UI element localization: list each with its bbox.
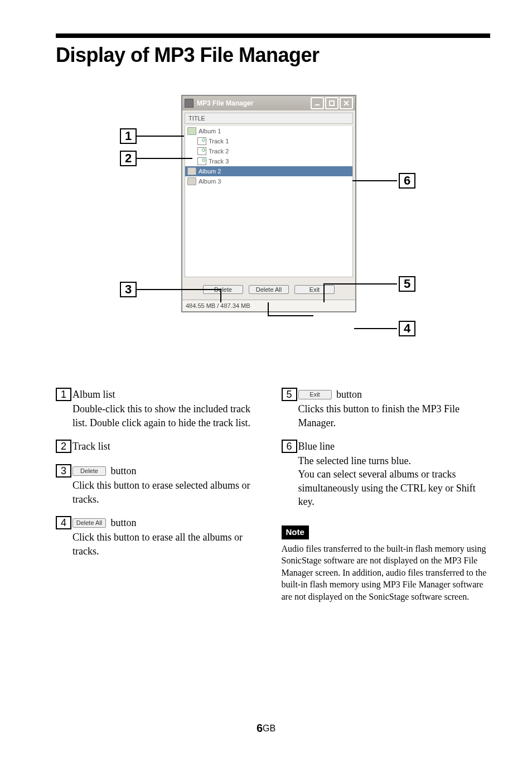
delete-button-inline: Delete	[72, 466, 106, 476]
folder-icon	[187, 177, 196, 185]
delete-all-button[interactable]: Delete All	[249, 285, 289, 294]
desc-body: Double-click this to show the included t…	[72, 402, 265, 430]
track-label: Track 2	[209, 148, 229, 155]
desc-body: You can select several albums or tracks …	[298, 467, 491, 508]
exit-button[interactable]: Exit	[294, 285, 335, 294]
header-rule	[56, 33, 490, 38]
status-bar: 484.55 MB / 487.34 MB	[182, 300, 355, 311]
figure: MP3 File Manager TITLE Album 1 Track 1 T…	[56, 95, 490, 374]
leader-line	[137, 158, 192, 159]
svg-rect-0	[315, 104, 320, 105]
album-row-selected[interactable]: Album 2	[185, 166, 352, 176]
callout-3: 3	[120, 282, 137, 297]
desc-title: Track list	[72, 440, 265, 453]
track-row[interactable]: Track 1	[185, 136, 352, 146]
desc-item-3: 3 Delete button Click this button to era…	[56, 464, 265, 506]
desc-title: Exit button	[298, 388, 491, 401]
delete-all-button-inline: Delete All	[72, 518, 106, 528]
page-title: Display of MP3 File Manager	[56, 44, 490, 67]
desc-item-1: 1 Album list Double-click this to show t…	[56, 388, 265, 430]
app-window: MP3 File Manager TITLE Album 1 Track 1 T…	[181, 95, 356, 312]
svg-rect-1	[330, 101, 334, 105]
ref-1: 1	[56, 388, 71, 401]
page-number: 6	[257, 722, 263, 734]
folder-open-icon	[187, 127, 196, 135]
desc-item-2: 2 Track list	[56, 440, 265, 454]
exit-button-inline: Exit	[298, 390, 332, 399]
callout-1: 1	[120, 128, 137, 144]
leader-line	[137, 136, 184, 137]
desc-body: Click this button to erase all the album…	[72, 531, 265, 558]
page-region: GB	[263, 724, 275, 733]
ref-4: 4	[56, 516, 71, 529]
note-label: Note	[282, 525, 309, 539]
callout-6: 6	[399, 173, 415, 189]
desc-title: Delete All button	[72, 516, 265, 529]
minimize-icon[interactable]	[311, 97, 324, 109]
leader-line	[268, 315, 313, 316]
track-icon	[197, 137, 206, 145]
track-row[interactable]: Track 3	[185, 156, 352, 166]
album-row[interactable]: Album 3	[185, 176, 352, 186]
note-body: Audio files transferred to the built-in …	[282, 543, 491, 603]
leader-line	[137, 289, 220, 290]
album-label: Album 1	[199, 128, 221, 134]
album-label: Album 3	[199, 178, 221, 185]
app-icon	[185, 99, 194, 108]
ref-6: 6	[282, 440, 297, 453]
button-bar: Delete Delete All Exit	[182, 277, 355, 300]
callout-4: 4	[399, 321, 415, 336]
tree-view[interactable]: Album 1 Track 1 Track 2 Track 3 Album 2 …	[185, 126, 353, 277]
leader-line	[323, 283, 325, 302]
titlebar[interactable]: MP3 File Manager	[182, 96, 355, 110]
leader-line	[268, 302, 269, 315]
window-title: MP3 File Manager	[197, 99, 309, 107]
page-footer: 6GB	[0, 722, 532, 735]
folder-icon	[187, 167, 196, 175]
desc-body: The selected line turns blue.	[298, 454, 491, 467]
desc-body: Click this button to erase selected albu…	[72, 479, 265, 506]
track-icon	[197, 147, 206, 155]
desc-body: Clicks this button to finish the MP3 Fil…	[298, 402, 491, 430]
leader-line	[220, 289, 221, 302]
album-row[interactable]: Album 1	[185, 126, 352, 136]
callout-5: 5	[399, 276, 415, 292]
leader-line	[352, 180, 397, 181]
ref-3: 3	[56, 464, 71, 478]
track-icon	[197, 157, 206, 165]
leader-line	[354, 328, 397, 329]
desc-title: Blue line	[298, 440, 491, 453]
album-label: Album 2	[199, 168, 221, 175]
leader-line	[323, 283, 397, 285]
close-icon[interactable]	[340, 97, 353, 109]
track-label: Track 3	[209, 158, 229, 165]
desc-item-5: 5 Exit button Clicks this button to fini…	[282, 388, 491, 430]
maximize-icon[interactable]	[325, 97, 338, 109]
track-label: Track 1	[209, 138, 229, 144]
desc-item-4: 4 Delete All button Click this button to…	[56, 516, 265, 558]
desc-item-6: 6 Blue line The selected line turns blue…	[282, 440, 491, 508]
desc-title: Album list	[72, 388, 265, 401]
ref-2: 2	[56, 440, 71, 453]
desc-title: Delete button	[72, 464, 265, 478]
ref-5: 5	[282, 388, 297, 401]
description-columns: 1 Album list Double-click this to show t…	[56, 388, 490, 603]
column-header[interactable]: TITLE	[185, 113, 353, 124]
callout-2: 2	[120, 151, 137, 166]
track-row[interactable]: Track 2	[185, 146, 352, 156]
